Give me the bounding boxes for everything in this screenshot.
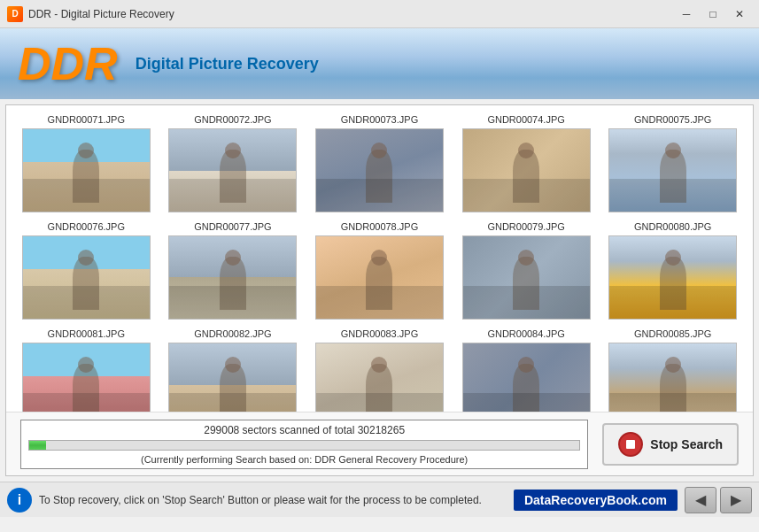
close-button[interactable]: ✕ [727,4,752,24]
app-subtitle: Digital Picture Recovery [136,55,319,73]
thumbnail-item[interactable]: GNDR00081.JPG [15,328,158,415]
thumbnail-image [168,343,297,415]
progress-subtext: (Currently performing Search based on: D… [28,454,580,465]
nav-buttons: ◀ ▶ [685,487,752,513]
thumbnail-item[interactable]: GNDR00078.JPG [308,221,451,320]
stop-search-button[interactable]: Stop Search [602,423,739,466]
title-bar: D DDR - Digital Picture Recovery ─ □ ✕ [0,0,759,28]
thumbnail-item[interactable]: GNDR00082.JPG [162,328,305,415]
thumbnail-label: GNDR00073.JPG [341,114,418,125]
thumbnail-image [315,128,444,212]
nav-forward-button[interactable]: ▶ [720,487,752,513]
thumbnail-item[interactable]: GNDR00073.JPG [308,114,451,212]
progress-area: 299008 sectors scanned of total 30218265… [6,412,753,475]
thumbnail-image [22,343,151,415]
thumbnail-item[interactable]: GNDR00076.JPG [15,221,158,320]
thumbnail-image [608,343,737,415]
thumbnail-label: GNDR00076.JPG [48,221,125,232]
thumbnail-label: GNDR00082.JPG [194,328,271,339]
thumbnail-label: GNDR00084.JPG [487,328,564,339]
brand-badge: DataRecoveryBook.com [514,490,678,511]
thumbnail-label: GNDR00081.JPG [48,328,125,339]
thumbnail-label: GNDR00078.JPG [341,221,418,232]
thumbnail-image [608,128,737,212]
thumbnail-image [315,343,444,415]
thumbnail-label: GNDR00074.JPG [487,114,564,125]
stop-icon [618,432,643,457]
thumbnail-image [462,343,591,415]
thumbnail-label: GNDR00079.JPG [487,221,564,232]
window-title: DDR - Digital Picture Recovery [28,8,674,20]
thumbnail-grid: GNDR00071.JPGGNDR00072.JPGGNDR00073.JPGG… [6,105,753,415]
thumbnail-label: GNDR00085.JPG [634,328,711,339]
app-icon: D [7,6,23,22]
thumbnail-label: GNDR00075.JPG [634,114,711,125]
progress-text: 299008 sectors scanned of total 30218265 [28,424,580,436]
info-icon: i [7,488,32,513]
thumbnail-item[interactable]: GNDR00080.JPG [601,221,744,320]
progress-info: 299008 sectors scanned of total 30218265… [20,420,588,469]
thumbnail-label: GNDR00072.JPG [194,114,271,125]
thumbnail-item[interactable]: GNDR00075.JPG [601,114,744,212]
thumbnail-image [462,235,591,320]
app-header: DDR Digital Picture Recovery [0,28,759,99]
thumbnail-item[interactable]: GNDR00084.JPG [455,328,598,415]
thumbnail-image [462,128,591,212]
thumbnail-image [168,235,297,320]
app-logo: DDR [18,41,118,87]
maximize-button[interactable]: □ [701,4,725,24]
thumbnail-image [168,128,297,212]
thumbnail-image [608,235,737,320]
stop-icon-inner [626,440,635,449]
stop-search-label: Stop Search [650,437,723,451]
progress-bar-container [28,440,580,451]
status-message: To Stop recovery, click on 'Stop Search'… [39,494,507,506]
progress-bar-fill [29,441,46,450]
thumbnail-label: GNDR00080.JPG [634,221,711,232]
status-bar: i To Stop recovery, click on 'Stop Searc… [0,482,759,517]
thumbnail-item[interactable]: GNDR00071.JPG [15,114,158,212]
thumbnail-label: GNDR00071.JPG [48,114,125,125]
thumbnail-item[interactable]: GNDR00083.JPG [308,328,451,415]
thumbnail-label: GNDR00083.JPG [341,328,418,339]
minimize-button[interactable]: ─ [674,4,699,24]
thumbnail-item[interactable]: GNDR00085.JPG [601,328,744,415]
thumbnail-item[interactable]: GNDR00074.JPG [455,114,598,212]
window-controls: ─ □ ✕ [674,4,752,24]
thumbnail-item[interactable]: GNDR00079.JPG [455,221,598,320]
thumbnail-item[interactable]: GNDR00077.JPG [162,221,305,320]
main-content: GNDR00071.JPGGNDR00072.JPGGNDR00073.JPGG… [5,104,754,476]
thumbnail-label: GNDR00077.JPG [194,221,271,232]
thumbnail-image [22,128,151,212]
thumbnail-item[interactable]: GNDR00072.JPG [162,114,305,212]
thumbnail-image [315,235,444,320]
nav-back-button[interactable]: ◀ [685,487,716,513]
thumbnail-image [22,235,151,320]
